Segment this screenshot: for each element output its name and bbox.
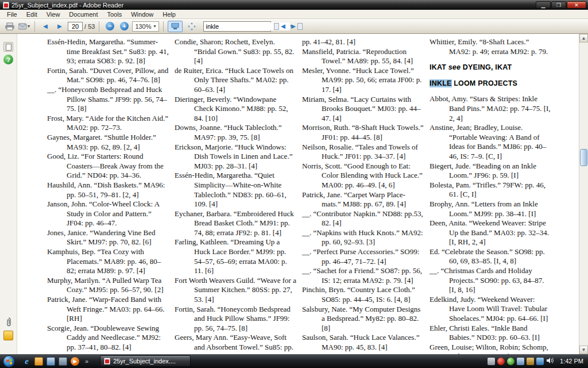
- window-title: 25yr_Subject_index.pdf - Adobe Reader: [11, 2, 536, 9]
- menu-window[interactable]: Window: [126, 10, 158, 18]
- index-entry: Fortin, Sarah. “Duvet Cover, Pillow, and…: [47, 66, 169, 85]
- vertical-scrollbar[interactable]: ▲ ▼: [579, 34, 588, 354]
- tray-antivirus-icon[interactable]: [507, 358, 514, 365]
- start-button[interactable]: [3, 355, 15, 367]
- index-entry: Farling, Kathleen. “Dreaming Up a Huck L…: [175, 237, 296, 275]
- index-entry: de Ruiter, Erica. “Huck Lace Towels on O…: [175, 66, 296, 95]
- navigation-panel-strip: ?: [0, 34, 17, 354]
- index-entry: Morrison, Ruth. “8-Shaft Huck Towels.” J…: [302, 123, 424, 142]
- index-column-1: Essén-Hedin, Margaretha. “Summer-time Br…: [47, 37, 169, 354]
- index-heading-ikat: IKAT see DYEING, IKAT: [430, 63, 551, 72]
- zoom-level-value: 130%: [135, 23, 151, 30]
- taskbar-button-label: 25yr_Subject_index....: [113, 358, 176, 365]
- zoom-level-dropdown[interactable]: 130% ▾: [132, 21, 158, 32]
- minus-icon: −: [106, 22, 114, 30]
- index-entry: Green, Louise; Wilton, Robin; Schomp, Ha…: [430, 343, 551, 354]
- email-button[interactable]: ▾: [18, 21, 30, 32]
- index-entry: __. “Contributor Napkin.” ND88: pp.53, 8…: [302, 209, 424, 228]
- comments-panel-icon[interactable]: [3, 331, 13, 340]
- fit-page-button[interactable]: [184, 21, 199, 32]
- index-entry: Scorgie, Jean. “Doubleweave Sewing Caddy…: [47, 324, 169, 352]
- explorer-window-icon[interactable]: [59, 357, 67, 366]
- title-bar: 25yr_Subject_index.pdf - Adobe Reader ▁ …: [0, 0, 588, 10]
- search-box: ▾: [203, 21, 271, 32]
- search-highlight: INKLE: [430, 79, 452, 87]
- index-entry: Patrick, Jane. “Warp-Faced Band with Wef…: [47, 295, 169, 324]
- attachments-paperclip-icon[interactable]: [3, 317, 13, 327]
- index-entry: Bolesta, Pam. “Trifles.” 79FW: pp. 46, 6…: [430, 181, 551, 200]
- index-entry: Scorgie, Jean. “Shadow Weave Twill Jacke…: [302, 352, 424, 354]
- pdf-file-icon: [3, 2, 9, 9]
- print-button[interactable]: [3, 21, 16, 32]
- index-entry: Ehler, Christi Eales. “Inkle Band Babies…: [430, 324, 551, 343]
- maximize-button[interactable]: ❐: [551, 1, 566, 9]
- index-entry: Erickson, Marjorie. “Huck Windows: Dish …: [175, 143, 296, 171]
- index-entry: __. “Tapestry for a Footstool.” MA88: pp…: [47, 352, 169, 354]
- scrolling-mode-button[interactable]: [168, 21, 183, 32]
- media-player-icon[interactable]: ▶: [71, 357, 79, 366]
- index-entry: Gaynes, Margaret. “Shuttle Holder.” MA93…: [47, 133, 169, 152]
- plus-icon: +: [120, 22, 129, 30]
- index-entry: Edelkind, Judy. “Weekend Weaver: Have Lo…: [430, 295, 551, 324]
- scroll-down-arrow[interactable]: ▼: [579, 346, 588, 354]
- page-sheet-icon: [297, 23, 303, 30]
- index-entry: Essén-Hedin, Margaretha. “Quiet Simplici…: [175, 171, 296, 209]
- page-number-input[interactable]: [68, 22, 83, 31]
- page-total-label: / 53: [84, 23, 95, 30]
- printer-icon: [5, 22, 14, 30]
- zoom-out-button[interactable]: −: [103, 21, 116, 32]
- index-entry: Dieringer, Beverly. “Windowpane Check Ki…: [175, 95, 296, 124]
- index-heading-inkle: INKLE LOOM PROJECTS: [430, 79, 551, 89]
- menu-edit[interactable]: Edit: [22, 10, 42, 18]
- index-entry: Biegert, Jude. “Beading on an Inkle Loom…: [430, 162, 551, 181]
- index-entry: __. “Honeycomb Bedspread and Huck Pillow…: [47, 85, 169, 114]
- minimize-button[interactable]: ▁: [536, 1, 551, 9]
- system-tray: 1:42 PM: [488, 357, 588, 365]
- menu-tools[interactable]: Tools: [103, 10, 127, 18]
- find-next-button[interactable]: ►: [289, 21, 304, 32]
- index-entry: Whittier, Emily. “8-Shaft Laces.” MA92: …: [430, 37, 551, 56]
- index-entry: Norris, Scott. “Good Enough to Eat: Colo…: [302, 162, 424, 190]
- arrow-left-icon: ◄: [280, 22, 287, 30]
- scroll-up-arrow[interactable]: ▲: [579, 34, 588, 43]
- menu-help[interactable]: Help: [158, 10, 180, 18]
- index-entry: Anstine, Jean; Bradley, Louise. “Portabl…: [430, 123, 551, 161]
- help-icon[interactable]: ?: [3, 55, 13, 64]
- outlook-icon[interactable]: [34, 357, 43, 366]
- scrollbar-thumb[interactable]: [580, 149, 587, 166]
- taskbar: e ▶ » 25yr_Subject_index.... 1:42 PM: [0, 354, 588, 368]
- scrolling-page-icon: [171, 23, 179, 30]
- quick-launch-overflow-chevron[interactable]: »: [83, 358, 91, 365]
- previous-page-button[interactable]: ◄: [39, 21, 52, 32]
- index-entry: Salsbury, Nate. “My Computer Designs a B…: [302, 305, 424, 334]
- menu-document[interactable]: Document: [64, 10, 102, 18]
- index-entry: __. “Napkins with Huck Knots.” MA92: pp.…: [302, 228, 424, 247]
- chevron-down-icon: ▾: [154, 24, 156, 29]
- menu-bar: File Edit View Document Tools Window Hel…: [0, 10, 588, 19]
- show-desktop-icon[interactable]: [47, 357, 55, 366]
- tray-display-icon[interactable]: [517, 358, 524, 365]
- index-entry: pp. 41–42, 81. [4]: [302, 37, 424, 47]
- zoom-in-button[interactable]: +: [118, 21, 130, 32]
- close-button[interactable]: ✕: [567, 1, 586, 9]
- next-page-button[interactable]: ►: [53, 21, 66, 32]
- tray-app-icon[interactable]: [488, 358, 495, 365]
- index-entry: Patrick, Jane. “Carpet Warp Place-mats.”…: [302, 190, 424, 209]
- menu-view[interactable]: View: [42, 10, 65, 18]
- index-entry: Mansfield, Patricia. “Reproduction Towel…: [302, 47, 424, 66]
- index-column-4-entries: Abbot, Amy. “Stars & Stripes: Inkle Band…: [430, 94, 551, 354]
- toolbar-separator: [163, 21, 164, 32]
- index-entry: Neilson, Rosalie. “Tales and Towels of H…: [302, 143, 424, 162]
- internet-explorer-icon[interactable]: e: [22, 357, 31, 366]
- tray-volume-icon[interactable]: [546, 357, 554, 365]
- tray-update-icon[interactable]: [527, 358, 534, 365]
- pages-panel-icon[interactable]: [3, 42, 13, 52]
- find-previous-button[interactable]: ◄: [273, 21, 288, 32]
- index-entry: Kamphuis, Bep. “Tea Cozy with Placemats.…: [47, 247, 169, 276]
- tray-security-alert-icon[interactable]: [497, 358, 505, 365]
- index-entry: Haushild, Ann. “Dish Baskets.” MA96: pp.…: [47, 181, 169, 200]
- tray-network-icon[interactable]: [536, 358, 544, 365]
- menu-file[interactable]: File: [2, 10, 22, 18]
- clock[interactable]: 1:42 PM: [560, 358, 583, 365]
- taskbar-button-pdf[interactable]: 25yr_Subject_index....: [100, 355, 191, 367]
